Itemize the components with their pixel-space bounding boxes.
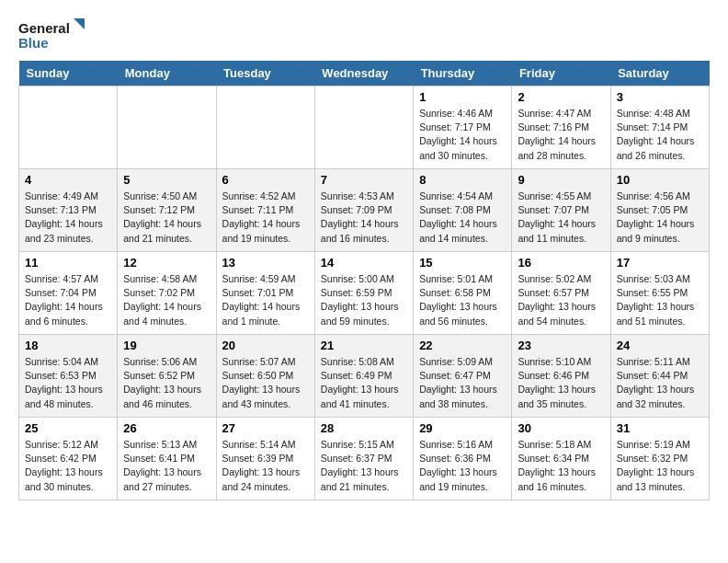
day-info: Sunrise: 5:15 AMSunset: 6:37 PMDaylight:… xyxy=(321,438,407,494)
day-info: Sunrise: 4:52 AMSunset: 7:11 PMDaylight:… xyxy=(222,190,309,246)
day-header-monday: Monday xyxy=(118,61,216,86)
calendar-cell: 21Sunrise: 5:08 AMSunset: 6:49 PMDayligh… xyxy=(314,335,413,418)
calendar-cell: 4Sunrise: 4:49 AMSunset: 7:13 PMDaylight… xyxy=(19,169,118,252)
day-number: 9 xyxy=(518,173,604,187)
calendar-cell: 20Sunrise: 5:07 AMSunset: 6:50 PMDayligh… xyxy=(216,335,314,418)
logo-icon: GeneralBlue xyxy=(18,18,92,52)
page-header: GeneralBlue xyxy=(18,18,710,52)
day-info: Sunrise: 4:55 AMSunset: 7:07 PMDaylight:… xyxy=(518,190,604,246)
svg-marker-2 xyxy=(74,18,85,29)
day-number: 12 xyxy=(123,256,210,270)
day-number: 10 xyxy=(617,173,703,187)
day-info: Sunrise: 4:50 AMSunset: 7:12 PMDaylight:… xyxy=(123,190,210,246)
day-number: 31 xyxy=(617,421,703,435)
day-info: Sunrise: 5:02 AMSunset: 6:57 PMDaylight:… xyxy=(518,272,604,328)
logo: GeneralBlue xyxy=(18,18,92,52)
calendar-cell: 19Sunrise: 5:06 AMSunset: 6:52 PMDayligh… xyxy=(118,335,216,418)
calendar-cell: 27Sunrise: 5:14 AMSunset: 6:39 PMDayligh… xyxy=(216,418,314,500)
day-number: 4 xyxy=(25,173,111,187)
day-header-thursday: Thursday xyxy=(414,61,512,86)
calendar-cell xyxy=(314,86,413,169)
calendar-cell: 5Sunrise: 4:50 AMSunset: 7:12 PMDaylight… xyxy=(118,169,216,252)
day-number: 5 xyxy=(123,173,210,187)
day-info: Sunrise: 4:47 AMSunset: 7:16 PMDaylight:… xyxy=(518,107,604,163)
day-info: Sunrise: 5:10 AMSunset: 6:46 PMDaylight:… xyxy=(518,355,604,411)
calendar-cell: 11Sunrise: 4:57 AMSunset: 7:04 PMDayligh… xyxy=(19,252,118,335)
day-number: 20 xyxy=(222,339,309,352)
day-info: Sunrise: 5:18 AMSunset: 6:34 PMDaylight:… xyxy=(518,438,604,494)
calendar-table: SundayMondayTuesdayWednesdayThursdayFrid… xyxy=(18,61,710,500)
calendar-cell: 15Sunrise: 5:01 AMSunset: 6:58 PMDayligh… xyxy=(414,252,512,335)
week-row-1: 1Sunrise: 4:46 AMSunset: 7:17 PMDaylight… xyxy=(19,86,710,169)
day-number: 27 xyxy=(222,421,309,435)
day-number: 13 xyxy=(222,256,309,270)
day-info: Sunrise: 5:03 AMSunset: 6:55 PMDaylight:… xyxy=(617,272,703,328)
day-info: Sunrise: 5:06 AMSunset: 6:52 PMDaylight:… xyxy=(123,355,210,411)
day-number: 6 xyxy=(222,173,309,187)
calendar-cell: 6Sunrise: 4:52 AMSunset: 7:11 PMDaylight… xyxy=(216,169,314,252)
day-number: 23 xyxy=(518,339,604,352)
day-number: 11 xyxy=(25,256,111,270)
day-header-saturday: Saturday xyxy=(610,61,709,86)
calendar-cell: 31Sunrise: 5:19 AMSunset: 6:32 PMDayligh… xyxy=(610,418,709,500)
calendar-cell: 2Sunrise: 4:47 AMSunset: 7:16 PMDaylight… xyxy=(512,86,610,169)
calendar-cell: 1Sunrise: 4:46 AMSunset: 7:17 PMDaylight… xyxy=(414,86,512,169)
day-info: Sunrise: 5:01 AMSunset: 6:58 PMDaylight:… xyxy=(419,272,506,328)
calendar-cell xyxy=(19,86,118,169)
calendar-cell: 12Sunrise: 4:58 AMSunset: 7:02 PMDayligh… xyxy=(118,252,216,335)
svg-text:General: General xyxy=(18,20,70,36)
day-info: Sunrise: 5:14 AMSunset: 6:39 PMDaylight:… xyxy=(222,438,309,494)
calendar-cell: 14Sunrise: 5:00 AMSunset: 6:59 PMDayligh… xyxy=(314,252,413,335)
day-header-sunday: Sunday xyxy=(19,61,118,86)
day-info: Sunrise: 4:59 AMSunset: 7:01 PMDaylight:… xyxy=(222,272,309,328)
day-number: 26 xyxy=(123,421,210,435)
day-number: 17 xyxy=(617,256,703,270)
day-info: Sunrise: 5:00 AMSunset: 6:59 PMDaylight:… xyxy=(321,272,407,328)
day-header-wednesday: Wednesday xyxy=(314,61,413,86)
calendar-cell: 23Sunrise: 5:10 AMSunset: 6:46 PMDayligh… xyxy=(512,335,610,418)
week-row-5: 25Sunrise: 5:12 AMSunset: 6:42 PMDayligh… xyxy=(19,418,710,500)
day-info: Sunrise: 5:19 AMSunset: 6:32 PMDaylight:… xyxy=(617,438,703,494)
day-number: 8 xyxy=(419,173,506,187)
day-info: Sunrise: 5:04 AMSunset: 6:53 PMDaylight:… xyxy=(25,355,111,411)
calendar-cell: 7Sunrise: 4:53 AMSunset: 7:09 PMDaylight… xyxy=(314,169,413,252)
calendar-cell: 24Sunrise: 5:11 AMSunset: 6:44 PMDayligh… xyxy=(610,335,709,418)
calendar-cell: 3Sunrise: 4:48 AMSunset: 7:14 PMDaylight… xyxy=(610,86,709,169)
day-info: Sunrise: 5:16 AMSunset: 6:36 PMDaylight:… xyxy=(419,438,506,494)
day-info: Sunrise: 4:49 AMSunset: 7:13 PMDaylight:… xyxy=(25,190,111,246)
day-header-tuesday: Tuesday xyxy=(216,61,314,86)
calendar-cell: 22Sunrise: 5:09 AMSunset: 6:47 PMDayligh… xyxy=(414,335,512,418)
day-number: 19 xyxy=(123,339,210,352)
calendar-cell: 13Sunrise: 4:59 AMSunset: 7:01 PMDayligh… xyxy=(216,252,314,335)
day-number: 1 xyxy=(419,90,506,104)
day-number: 25 xyxy=(25,421,111,435)
day-info: Sunrise: 5:12 AMSunset: 6:42 PMDaylight:… xyxy=(25,438,111,494)
day-info: Sunrise: 5:09 AMSunset: 6:47 PMDaylight:… xyxy=(419,355,506,411)
day-number: 15 xyxy=(419,256,506,270)
calendar-cell xyxy=(118,86,216,169)
week-row-3: 11Sunrise: 4:57 AMSunset: 7:04 PMDayligh… xyxy=(19,252,710,335)
calendar-cell: 29Sunrise: 5:16 AMSunset: 6:36 PMDayligh… xyxy=(414,418,512,500)
calendar-cell: 17Sunrise: 5:03 AMSunset: 6:55 PMDayligh… xyxy=(610,252,709,335)
day-number: 21 xyxy=(321,339,407,352)
day-number: 7 xyxy=(321,173,407,187)
day-number: 3 xyxy=(617,90,703,104)
day-info: Sunrise: 4:53 AMSunset: 7:09 PMDaylight:… xyxy=(321,190,407,246)
calendar-cell: 30Sunrise: 5:18 AMSunset: 6:34 PMDayligh… xyxy=(512,418,610,500)
day-info: Sunrise: 5:07 AMSunset: 6:50 PMDaylight:… xyxy=(222,355,309,411)
header-row: SundayMondayTuesdayWednesdayThursdayFrid… xyxy=(19,61,710,86)
day-info: Sunrise: 5:11 AMSunset: 6:44 PMDaylight:… xyxy=(617,355,703,411)
day-number: 29 xyxy=(419,421,506,435)
day-info: Sunrise: 4:57 AMSunset: 7:04 PMDaylight:… xyxy=(25,272,111,328)
calendar-cell: 28Sunrise: 5:15 AMSunset: 6:37 PMDayligh… xyxy=(314,418,413,500)
week-row-4: 18Sunrise: 5:04 AMSunset: 6:53 PMDayligh… xyxy=(19,335,710,418)
day-number: 24 xyxy=(617,339,703,352)
day-info: Sunrise: 4:48 AMSunset: 7:14 PMDaylight:… xyxy=(617,107,703,163)
day-number: 16 xyxy=(518,256,604,270)
day-info: Sunrise: 4:56 AMSunset: 7:05 PMDaylight:… xyxy=(617,190,703,246)
day-number: 18 xyxy=(25,339,111,352)
day-number: 2 xyxy=(518,90,604,104)
calendar-cell: 9Sunrise: 4:55 AMSunset: 7:07 PMDaylight… xyxy=(512,169,610,252)
calendar-cell: 18Sunrise: 5:04 AMSunset: 6:53 PMDayligh… xyxy=(19,335,118,418)
calendar-cell: 25Sunrise: 5:12 AMSunset: 6:42 PMDayligh… xyxy=(19,418,118,500)
